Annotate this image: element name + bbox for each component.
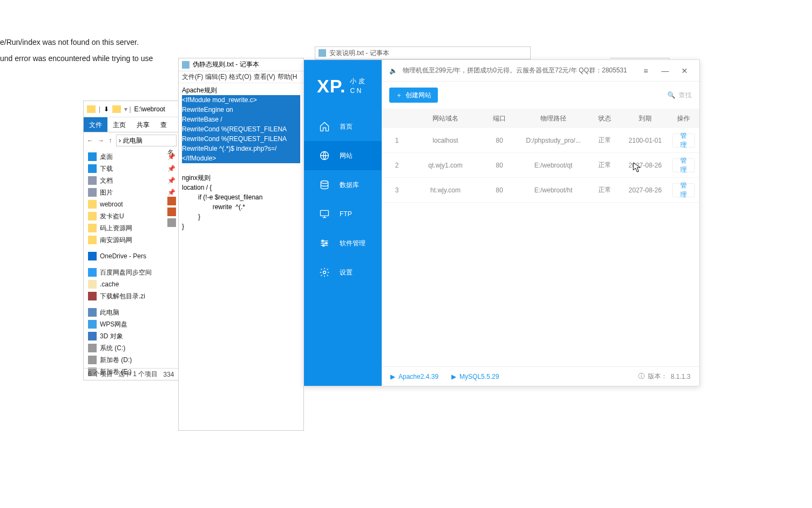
td-port: 80 (483, 162, 516, 169)
menu-button[interactable]: ≡ (639, 64, 653, 78)
tree-wps[interactable]: WPS网盘 (84, 318, 180, 330)
tree-picture[interactable]: 图片📌 (84, 186, 180, 198)
tree-drive-d[interactable]: 新加卷 (D:) (84, 354, 180, 366)
minimize-button[interactable]: — (658, 64, 672, 78)
th-domain[interactable]: 网站域名 (408, 114, 483, 123)
td-expire: 2027-08-26 (618, 162, 672, 169)
td-path: D:/phpstudy_pro/... (516, 137, 591, 144)
td-idx: 3 (386, 186, 408, 194)
notepad-window: 伪静态规则.txt - 记事本 文件(F) 编辑(E) 格式(O) 查看(V) … (178, 58, 304, 431)
nav-setting[interactable]: 设置 (304, 258, 382, 287)
folder-icon (88, 280, 97, 289)
tab-view[interactable]: 查 (155, 117, 172, 132)
td-path: E:/webroot/ht (516, 186, 591, 194)
notepad-title: 伪静态规则.txt - 记事本 (193, 60, 259, 69)
manage-button[interactable]: 管理 (672, 183, 695, 197)
address-text: 此电脑 (123, 136, 143, 145)
menu-edit[interactable]: 编辑(E) (205, 72, 227, 82)
text-line: Apache规则 (182, 85, 300, 95)
text-line: } (182, 222, 300, 231)
tree-baidu[interactable]: 百度网盘同步空间 (84, 266, 180, 278)
manage-button[interactable]: 管理 (672, 158, 695, 172)
folder-icon (112, 105, 121, 113)
tree-zip[interactable]: 下载解包目录.zi (84, 290, 180, 302)
tree-3d[interactable]: 3D 对象 (84, 330, 180, 342)
tree-thispc[interactable]: 此电脑 (84, 306, 180, 318)
explorer-title-text: E:\webroot (134, 105, 165, 113)
notepad-text-area[interactable]: Apache规则 <IfModule mod_rewrite.c> Rewrit… (179, 83, 303, 233)
table-row[interactable]: 1localhost80D:/phpstudy_pro/...正常2100-01… (382, 128, 699, 153)
tree-download[interactable]: 下载📌 (84, 163, 180, 175)
tab-share[interactable]: 共享 (131, 117, 155, 132)
background-notepad-titlebar: 安装说明.txt - 记事本 (315, 46, 531, 59)
mysql-status[interactable]: ▶ MySQL5.5.29 (451, 373, 499, 380)
menu-view[interactable]: 查看(V) (254, 72, 275, 82)
table-row[interactable]: 3ht.wjy.com80E:/webroot/ht正常2027-08-26管理 (382, 178, 699, 203)
xpcn-panel: XP. 小 皮C N 首页 网站 数据库 FTP 软件管理 (303, 59, 700, 386)
onedrive-icon (88, 252, 97, 260)
close-button[interactable]: ✕ (678, 64, 692, 78)
bg-error-2: und error was encountered while trying t… (0, 54, 153, 63)
document-icon (88, 176, 97, 185)
tree-webroot[interactable]: webroot (84, 198, 180, 210)
speaker-icon: 🔈 (389, 67, 397, 75)
notepad-titlebar[interactable]: 伪静态规则.txt - 记事本 (179, 58, 303, 71)
create-site-button[interactable]: ＋ 创建网站 (389, 88, 438, 103)
text-line (182, 163, 300, 173)
text-line: if (!-e $request_filenan (182, 192, 300, 202)
td-idx: 2 (386, 162, 408, 169)
tree-faka[interactable]: 发卡盗U (84, 210, 180, 222)
nav-db[interactable]: 数据库 (304, 170, 382, 199)
text-line: rewrite ^(.* (182, 202, 300, 212)
file-icon[interactable] (167, 218, 176, 227)
nav-back-icon[interactable]: ← (87, 137, 93, 144)
nav-home[interactable]: 首页 (304, 112, 382, 141)
th-op[interactable]: 操作 (672, 114, 695, 123)
manage-button[interactable]: 管理 (672, 133, 695, 148)
tree-mashang[interactable]: 码上资源网 (84, 222, 180, 234)
th-port[interactable]: 端口 (483, 114, 516, 123)
tree-document[interactable]: 文档📌 (84, 175, 180, 186)
text-line: location / { (182, 183, 300, 192)
tree-onedrive[interactable]: OneDrive - Pers (84, 250, 180, 262)
text-line-selected: <IfModule mod_rewrite.c> (182, 95, 300, 105)
td-idx: 1 (386, 137, 408, 144)
th-status[interactable]: 状态 (591, 114, 618, 123)
tree-nanan[interactable]: 南安源码网 (84, 234, 180, 246)
tree-cache[interactable]: .cache (84, 278, 180, 290)
td-expire: 2100-01-01 (618, 137, 672, 144)
nav-fwd-icon[interactable]: → (98, 137, 104, 144)
menu-file[interactable]: 文件(F) (182, 72, 203, 82)
file-icon[interactable] (167, 208, 176, 216)
address-input[interactable]: › 此电脑 (116, 135, 177, 146)
menu-format[interactable]: 格式(O) (229, 72, 251, 82)
th-path[interactable]: 物理路径 (516, 114, 591, 123)
menu-help[interactable]: 帮助(H (278, 72, 297, 82)
nav-soft[interactable]: 软件管理 (304, 229, 382, 258)
nav-site[interactable]: 网站 (304, 141, 382, 170)
col-header-name[interactable]: 名 (167, 148, 178, 159)
table-row[interactable]: 2qt.wjy1.com80E:/webroot/qt正常2027-08-26管… (382, 153, 699, 178)
th-expire[interactable]: 到期 (618, 114, 672, 123)
xp-sidebar: XP. 小 皮C N 首页 网站 数据库 FTP 软件管理 (304, 60, 382, 386)
drive-icon (88, 356, 97, 364)
bg-error-1: e/Run/index was not found on this server… (0, 38, 139, 46)
search-box[interactable]: 🔍 查找 (667, 91, 692, 100)
tree-sys[interactable]: 系统 (C:) (84, 342, 180, 354)
gear-icon (319, 267, 330, 278)
text-line: nginx规则 (182, 173, 300, 183)
nav-up-icon[interactable]: ↑ (109, 137, 112, 144)
file-icon[interactable] (167, 197, 176, 205)
tree-desktop[interactable]: 桌面📌 (84, 151, 180, 163)
notice-text: 物理机低至299元/年，拼团成功0元得。云服务器低至72元/年 QQ群：2805… (403, 66, 633, 75)
status-count: 6 个项目 (88, 370, 113, 379)
text-line-selected: RewriteRule ^(.*)$ index.php?s=/ (182, 144, 300, 153)
tab-file[interactable]: 文件 (84, 117, 107, 132)
tab-home[interactable]: 主页 (107, 117, 131, 132)
folder-icon (88, 236, 97, 244)
apache-status[interactable]: ▶ Apache2.4.39 (390, 373, 438, 380)
explorer-titlebar[interactable]: | ⬇ ▾ | E:\webroot (84, 101, 180, 117)
plus-icon: ＋ (396, 91, 402, 100)
pc-icon (88, 308, 97, 317)
nav-ftp[interactable]: FTP (304, 199, 382, 229)
